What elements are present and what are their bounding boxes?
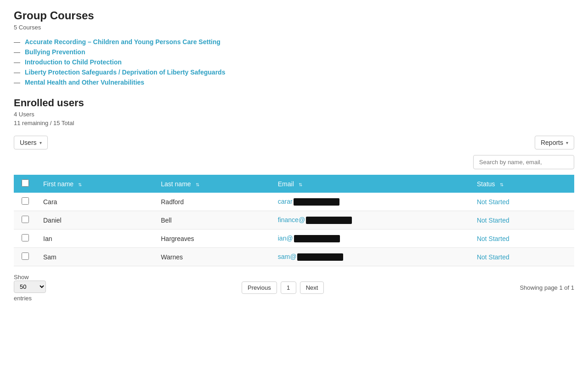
status-cell: Not Started — [470, 193, 574, 211]
table-body: Cara Radford carar Not Started Daniel Be… — [14, 193, 574, 266]
row-checkbox[interactable] — [22, 197, 29, 205]
status-cell: Not Started — [470, 248, 574, 266]
row-checkbox-cell[interactable] — [14, 193, 37, 211]
course-link-2[interactable]: Bullying Prevention — [25, 48, 85, 56]
email-link[interactable]: finance@ — [278, 216, 305, 224]
entries-label: entries — [14, 295, 46, 302]
pagination-controls: Previous 1 Next — [242, 281, 324, 294]
list-item: Accurate Recording – Children and Young … — [14, 38, 574, 46]
list-item: Bullying Prevention — [14, 48, 574, 56]
first-name-cell: Daniel — [37, 211, 154, 229]
showing-text: Showing page 1 of 1 — [520, 284, 574, 291]
select-all-checkbox[interactable] — [22, 179, 29, 187]
row-checkbox[interactable] — [22, 234, 29, 241]
course-link-3[interactable]: Introduction to Child Protection — [25, 58, 122, 66]
list-item: Liberty Protection Safeguards / Deprivat… — [14, 69, 574, 76]
course-link-5[interactable]: Mental Health and Other Vulnerabilities — [25, 79, 144, 86]
email-cell: carar — [271, 193, 470, 211]
reports-dropdown-button[interactable]: Reports ▾ — [535, 136, 574, 149]
row-checkbox-cell[interactable] — [14, 211, 37, 229]
last-name-cell: Bell — [154, 211, 271, 229]
email-redacted — [294, 198, 339, 206]
th-last-name[interactable]: Last name ⇅ — [154, 175, 271, 193]
users-dropdown-button[interactable]: Users ▾ — [14, 136, 48, 149]
table-header-row: First name ⇅ Last name ⇅ Email ⇅ Status … — [14, 175, 574, 193]
th-first-name[interactable]: First name ⇅ — [37, 175, 154, 193]
toolbar: Users ▾ Reports ▾ — [14, 136, 574, 149]
email-link[interactable]: ian@ — [278, 235, 293, 242]
list-item: Mental Health and Other Vulnerabilities — [14, 79, 574, 86]
th-status[interactable]: Status ⇅ — [470, 175, 574, 193]
users-table: First name ⇅ Last name ⇅ Email ⇅ Status … — [14, 175, 574, 266]
reports-dropdown-label: Reports — [541, 139, 563, 146]
first-name-cell: Sam — [37, 248, 154, 266]
row-checkbox[interactable] — [22, 252, 29, 260]
row-checkbox[interactable] — [22, 216, 29, 223]
enrolled-remaining: 11 remaining / 15 Total — [14, 120, 574, 126]
last-name-cell: Hargreaves — [154, 229, 271, 248]
current-page: 1 — [281, 281, 296, 294]
courses-count: 5 Courses — [14, 24, 574, 31]
show-label: Show — [14, 274, 46, 281]
table-row: Daniel Bell finance@ Not Started — [14, 211, 574, 229]
email-link[interactable]: sam@ — [278, 253, 297, 260]
page-title: Group Courses — [14, 9, 574, 22]
row-checkbox-cell[interactable] — [14, 248, 37, 266]
previous-button[interactable]: Previous — [242, 281, 277, 294]
email-cell: sam@ — [271, 248, 470, 266]
email-cell: finance@ — [271, 211, 470, 229]
users-dropdown-label: Users — [20, 139, 37, 146]
course-link-1[interactable]: Accurate Recording – Children and Young … — [25, 38, 220, 46]
email-redacted — [306, 217, 352, 224]
table-row: Sam Warnes sam@ Not Started — [14, 248, 574, 266]
enrolled-title: Enrolled users — [14, 97, 574, 109]
course-list: Accurate Recording – Children and Young … — [14, 38, 574, 86]
select-all-checkbox-header[interactable] — [14, 175, 37, 193]
email-redacted — [294, 235, 340, 242]
enrolled-users-count: 4 Users — [14, 111, 574, 118]
pagination-area: Show 50 25 10 entries Previous 1 Next Sh… — [14, 274, 574, 302]
chevron-down-icon: ▾ — [566, 140, 568, 145]
sort-icon: ⇅ — [500, 182, 503, 187]
email-cell: ian@ — [271, 229, 470, 248]
first-name-cell: Cara — [37, 193, 154, 211]
status-cell: Not Started — [470, 211, 574, 229]
table-row: Ian Hargreaves ian@ Not Started — [14, 229, 574, 248]
table-row: Cara Radford carar Not Started — [14, 193, 574, 211]
search-input[interactable] — [473, 155, 574, 169]
status-cell: Not Started — [470, 229, 574, 248]
email-link[interactable]: carar — [278, 198, 293, 205]
last-name-cell: Radford — [154, 193, 271, 211]
search-area — [14, 155, 574, 169]
row-checkbox-cell[interactable] — [14, 229, 37, 248]
list-item: Introduction to Child Protection — [14, 58, 574, 66]
show-select[interactable]: 50 25 10 — [14, 281, 46, 293]
course-link-4[interactable]: Liberty Protection Safeguards / Deprivat… — [25, 69, 225, 76]
sort-icon: ⇅ — [78, 182, 82, 187]
sort-icon: ⇅ — [299, 182, 302, 187]
chevron-down-icon: ▾ — [40, 140, 42, 145]
email-redacted — [297, 253, 343, 261]
show-entries-area: Show 50 25 10 entries — [14, 274, 46, 302]
th-email[interactable]: Email ⇅ — [271, 175, 470, 193]
sort-icon: ⇅ — [196, 182, 199, 187]
first-name-cell: Ian — [37, 229, 154, 248]
last-name-cell: Warnes — [154, 248, 271, 266]
next-button[interactable]: Next — [300, 281, 324, 294]
